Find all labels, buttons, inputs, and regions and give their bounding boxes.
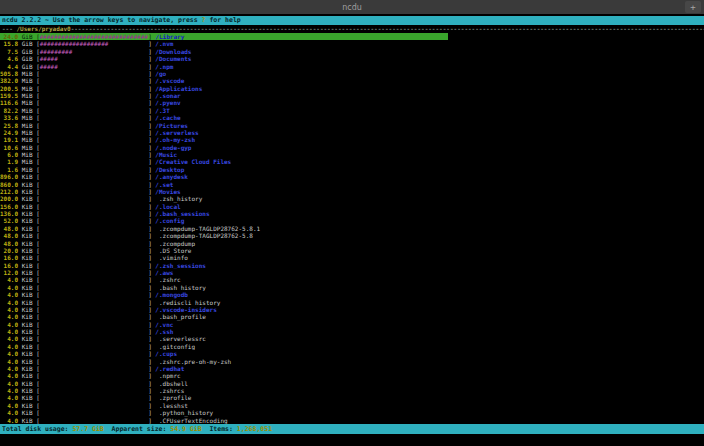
footer-sep <box>104 425 112 433</box>
list-item-file[interactable]: 20.0 KiB [ ] .DS_Store <box>0 247 704 254</box>
window-title: ncdu <box>342 3 362 12</box>
list-item-dir[interactable]: 1.6 MiB [ ] /Desktop <box>0 166 704 173</box>
current-path-line: --- /Users/pryadav0---------------------… <box>0 25 704 33</box>
list-item-file[interactable]: 16.0 KiB [ ] .viminfo <box>0 254 704 261</box>
list-item-dir[interactable]: 24.9 MiB [ ] /.serverless <box>0 129 704 136</box>
file-list[interactable]: 24.0 GiB [##############################… <box>0 33 704 424</box>
list-item-dir[interactable]: 10.6 MiB [ ] /.node-gyp <box>0 144 704 151</box>
plus-icon: + <box>690 2 695 12</box>
list-item-dir[interactable]: 15.8 GiB [################### ] /.nvm <box>0 40 704 47</box>
list-item-file[interactable]: 4.0 KiB [ ] .dbshell <box>0 380 704 387</box>
header-text-right: for help <box>206 16 241 24</box>
list-item-dir[interactable]: 156.0 KiB [ ] /.local <box>0 203 704 210</box>
list-item-dir[interactable]: 6.0 MiB [ ] /Music <box>0 151 704 158</box>
list-item-file[interactable]: 4.0 KiB [ ] .zshrcs <box>0 387 704 394</box>
new-tab-button[interactable]: + <box>685 1 701 13</box>
list-item-file[interactable]: 4.0 KiB [ ] .npmrc <box>0 372 704 379</box>
list-item-dir[interactable]: 52.0 KiB [ ] /.config <box>0 217 704 224</box>
total-usage-label: Total disk usage: <box>2 425 72 433</box>
current-path: /Users/pryadav0 <box>16 25 70 32</box>
apparent-size-value: 54.9 GiB <box>170 425 201 433</box>
list-item-dir[interactable]: 4.4 GiB [##### ] /.npm <box>0 63 704 70</box>
list-item-file[interactable]: 200.0 KiB [ ] .zsh_history <box>0 195 704 202</box>
list-item-dir[interactable]: 212.0 KiB [ ] /Movies <box>0 188 704 195</box>
list-item-file[interactable]: 4.0 KiB [ ] .zshrc <box>0 276 704 283</box>
list-item-dir[interactable]: 4.0 KiB [ ] /.vnc <box>0 321 704 328</box>
list-item-file[interactable]: 4.0 KiB [ ] .gitconfig <box>0 343 704 350</box>
items-label: Items: <box>209 425 236 433</box>
items-count-value: 1,268,051 <box>237 425 272 433</box>
list-item-file[interactable]: 48.0 KiB [ ] .zcompdump-TAGLDP28762-5.8 <box>0 232 704 239</box>
path-prefix-dashes: --- <box>2 25 16 32</box>
list-item-dir[interactable]: 159.5 MiB [ ] /.sonar <box>0 92 704 99</box>
list-item-dir[interactable]: 4.0 KiB [ ] /.ssh <box>0 328 704 335</box>
header-text-left: ncdu 2.2.2 ~ Use the arrow keys to navig… <box>2 16 202 24</box>
list-item-file[interactable]: 4.0 KiB [ ] .python_history <box>0 409 704 416</box>
list-item-dir[interactable]: 25.8 MiB [ ] /Pictures <box>0 122 704 129</box>
list-item-dir[interactable]: 1.9 MiB [ ] /Creative Cloud Files <box>0 158 704 165</box>
list-item-dir[interactable]: 16.0 KiB [ ] /.zsh_sessions <box>0 262 704 269</box>
list-item-dir[interactable]: 4.0 KiB [ ] /.vscode-insiders <box>0 306 704 313</box>
list-item-dir[interactable]: 860.0 KiB [ ] /.set <box>0 181 704 188</box>
list-item-dir[interactable]: 136.0 KiB [ ] /.bash_sessions <box>0 210 704 217</box>
list-item-file[interactable]: 4.0 KiB [ ] .zshrc.pre-oh-my-zsh <box>0 358 704 365</box>
footer-bar: Total disk usage: 57.7 GiB Apparent size… <box>0 424 704 434</box>
list-item-dir[interactable]: 7.5 GiB [######### ] /Downloads <box>0 48 704 55</box>
list-item-file[interactable]: 48.0 KiB [ ] .zcompdump <box>0 240 704 247</box>
list-item-dir[interactable]: 382.0 MiB [ ] /.vscode <box>0 77 704 84</box>
terminal-content: ncdu 2.2.2 ~ Use the arrow keys to navig… <box>0 14 704 446</box>
list-item-file[interactable]: 4.0 KiB [ ] .bash_history <box>0 284 704 291</box>
list-item-dir[interactable]: 4.6 GiB [##### ] /Documents <box>0 55 704 62</box>
list-item-dir[interactable]: 24.0 GiB [##############################… <box>0 33 448 40</box>
list-item-dir[interactable]: 505.8 MiB [ ] /go <box>0 70 704 77</box>
list-item-dir[interactable]: 4.0 KiB [ ] /.redhat <box>0 365 704 372</box>
list-item-file[interactable]: 4.0 KiB [ ] .lesshst <box>0 402 704 409</box>
list-item-file[interactable]: 4.0 KiB [ ] .rediscli_history <box>0 299 704 306</box>
list-item-dir[interactable]: 896.0 KiB [ ] /.anydesk <box>0 173 704 180</box>
list-item-file[interactable]: 4.0 KiB [ ] .bash_profile <box>0 313 704 320</box>
list-item-file[interactable]: 4.0 KiB [ ] .zprofile <box>0 394 704 401</box>
list-item-dir[interactable]: 4.0 KiB [ ] /.mongodb <box>0 291 704 298</box>
list-item-dir[interactable]: 19.1 MiB [ ] /.oh-my-zsh <box>0 136 704 143</box>
terminal-window: ncdu + ncdu 2.2.2 ~ Use the arrow keys t… <box>0 0 704 446</box>
titlebar: ncdu + <box>0 0 704 14</box>
apparent-size-label: Apparent size: <box>112 425 171 433</box>
total-usage-value: 57.7 GiB <box>72 425 103 433</box>
list-item-file[interactable]: 48.0 KiB [ ] .zcompdump-TAGLDP28762-5.8.… <box>0 225 704 232</box>
list-item-dir[interactable]: 12.0 KiB [ ] /.aws <box>0 269 704 276</box>
ncdu-header-bar: ncdu 2.2.2 ~ Use the arrow keys to navig… <box>0 16 704 25</box>
list-item-dir[interactable]: 4.0 KiB [ ] /.cups <box>0 350 704 357</box>
path-fill-dashes: ----------------------------------------… <box>71 25 704 32</box>
list-item-file[interactable]: 4.0 KiB [ ] .serverlessrc <box>0 335 704 342</box>
list-item-file[interactable]: 4.0 KiB [ ] .CFUserTextEncoding <box>0 417 704 424</box>
list-item-dir[interactable]: 33.6 MiB [ ] /.cache <box>0 114 704 121</box>
list-item-dir[interactable]: 82.2 MiB [ ] /.3T <box>0 107 704 114</box>
list-item-dir[interactable]: 200.5 MiB [ ] /Applications <box>0 85 704 92</box>
list-item-dir[interactable]: 116.6 MiB [ ] /.pyenv <box>0 99 704 106</box>
